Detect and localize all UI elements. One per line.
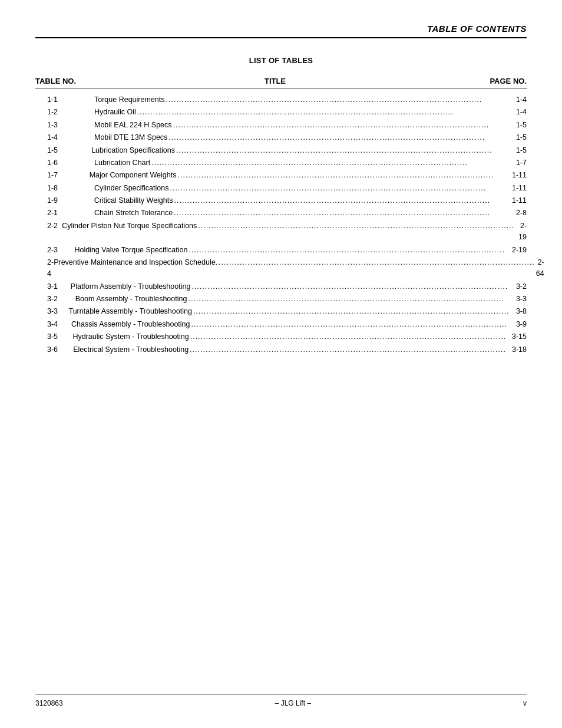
row-number: 2-4 bbox=[35, 257, 54, 280]
row-dots: ........................................… bbox=[172, 120, 491, 131]
row-number: 3-2 bbox=[35, 294, 75, 305]
row-title-text: Hydraulic System - Troubleshooting bbox=[72, 331, 189, 342]
table-row: 1-7Major Component Weights .............… bbox=[35, 170, 527, 181]
row-title-text: Mobil DTE 13M Specs bbox=[94, 132, 167, 143]
row-dots: ........................................… bbox=[173, 207, 491, 219]
row-title-area: Chain Stretch Tolerance ................… bbox=[94, 207, 491, 219]
row-dots: ........................................… bbox=[173, 195, 492, 206]
row-page: 2-64 bbox=[536, 257, 544, 280]
table-row: 1-2Hydraulic Oil .......................… bbox=[35, 107, 527, 118]
header-title: TABLE OF CONTENTS bbox=[427, 24, 527, 34]
row-title-text: Hydraulic Oil bbox=[94, 107, 136, 118]
row-title-text: Turntable Assembly - Troubleshooting bbox=[69, 306, 192, 317]
row-title-area: Holding Valve Torque Specification .....… bbox=[74, 245, 506, 256]
row-page: 3-2 bbox=[509, 281, 527, 292]
row-title-area: Lubrication Specifications .............… bbox=[91, 145, 494, 156]
table-row: 3-2Boom Assembly - Troubleshooting .....… bbox=[35, 294, 527, 305]
row-title-text: Platform Assembly - Troubleshooting bbox=[71, 281, 191, 292]
row-number: 1-7 bbox=[35, 170, 90, 181]
footer-page: v bbox=[523, 699, 527, 707]
page: TABLE OF CONTENTS LIST OF TABLES TABLE N… bbox=[0, 0, 562, 728]
row-dots: ........................................… bbox=[168, 183, 491, 194]
row-title-text: Torque Requirements bbox=[94, 94, 165, 106]
row-dots: ........................................… bbox=[187, 245, 506, 256]
table-row: 1-3Mobil EAL 224 H Specs ...............… bbox=[35, 120, 527, 131]
row-page: 3-15 bbox=[507, 331, 527, 342]
row-title-text: Electrical System - Troubleshooting bbox=[73, 344, 189, 355]
row-title-area: Hydraulic Oil ..........................… bbox=[94, 107, 491, 118]
row-page: 3-18 bbox=[507, 344, 527, 355]
row-title-text: Mobil EAL 224 H Specs bbox=[94, 120, 172, 131]
row-page: 1-11 bbox=[495, 170, 527, 181]
table-row: 2-1Chain Stretch Tolerance .............… bbox=[35, 207, 527, 219]
row-title-area: Preventive Maintenance and Inspection Sc… bbox=[54, 257, 536, 268]
row-title-area: Turntable Assembly - Troubleshooting ...… bbox=[69, 306, 511, 317]
row-dots: ........................................… bbox=[165, 94, 491, 106]
row-title-text: Chain Stretch Tolerance bbox=[94, 207, 173, 219]
row-dots: ........................................… bbox=[150, 157, 491, 169]
row-title-area: Chassis Assembly - Troubleshooting .....… bbox=[71, 319, 508, 330]
row-title-text: Boom Assembly - Troubleshooting bbox=[75, 294, 187, 305]
row-page: 3-9 bbox=[508, 319, 527, 330]
col-header-page-no: PAGE NO. bbox=[456, 77, 527, 85]
table-row: 1-6Lubrication Chart ...................… bbox=[35, 157, 527, 169]
row-title-text: Major Component Weights bbox=[90, 170, 177, 181]
footer-brand: – JLG Lift – bbox=[275, 699, 311, 707]
footer: 3120863 – JLG Lift – v bbox=[35, 694, 527, 707]
table-row: 1-4Mobil DTE 13M Specs .................… bbox=[35, 132, 527, 143]
row-title-area: Boom Assembly - Troubleshooting ........… bbox=[75, 294, 505, 305]
row-page: 1-4 bbox=[491, 94, 527, 106]
row-number: 2-1 bbox=[35, 207, 94, 219]
row-title-text: Preventive Maintenance and Inspection Sc… bbox=[54, 257, 217, 268]
section-title: LIST OF TABLES bbox=[35, 56, 527, 65]
row-title-text: Holding Valve Torque Specification bbox=[74, 245, 187, 256]
row-title-area: Hydraulic System - Troubleshooting .....… bbox=[72, 331, 507, 342]
row-number: 1-5 bbox=[35, 145, 91, 156]
row-number: 3-1 bbox=[35, 281, 71, 292]
table-row: 3-5Hydraulic System - Troubleshooting ..… bbox=[35, 331, 527, 342]
row-number: 2-2 bbox=[35, 220, 62, 232]
row-dots: ........................................… bbox=[136, 107, 491, 118]
row-title-text: Chassis Assembly - Troubleshooting bbox=[71, 319, 190, 330]
table-row: 3-6Electrical System - Troubleshooting .… bbox=[35, 344, 527, 355]
row-title-text: Lubrication Specifications bbox=[91, 145, 175, 156]
row-page: 1-7 bbox=[491, 157, 527, 169]
table-row: 2-2Cylinder Piston Nut Torque Specificat… bbox=[35, 220, 527, 243]
table-row: 3-4Chassis Assembly - Troubleshooting ..… bbox=[35, 319, 527, 330]
row-dots: ........................................… bbox=[192, 306, 511, 317]
table-row: 3-1Platform Assembly - Troubleshooting .… bbox=[35, 281, 527, 292]
row-title-text: Critical Stability Weights bbox=[94, 195, 173, 206]
table-row: 3-3Turntable Assembly - Troubleshooting … bbox=[35, 306, 527, 317]
row-page: 1-5 bbox=[494, 145, 527, 156]
row-number: 2-3 bbox=[35, 245, 74, 256]
row-page: 1-11 bbox=[491, 195, 527, 206]
row-number: 1-1 bbox=[35, 94, 94, 106]
row-number: 1-3 bbox=[35, 120, 94, 131]
row-title-area: Major Component Weights ................… bbox=[90, 170, 495, 181]
row-title-area: Cylinder Piston Nut Torque Specification… bbox=[62, 220, 515, 232]
row-title-area: Platform Assembly - Troubleshooting ....… bbox=[71, 281, 509, 292]
table-row: 2-4Preventive Maintenance and Inspection… bbox=[35, 257, 527, 280]
row-title-area: Critical Stability Weights .............… bbox=[94, 195, 492, 206]
row-dots: ........................................… bbox=[175, 145, 494, 156]
row-number: 3-5 bbox=[35, 331, 72, 342]
row-title-text: Lubrication Chart bbox=[94, 157, 150, 169]
row-page: 3-8 bbox=[511, 306, 527, 317]
row-dots: ........................................… bbox=[190, 319, 509, 330]
page-header: TABLE OF CONTENTS bbox=[35, 24, 527, 38]
table-row: 1-9Critical Stability Weights ..........… bbox=[35, 195, 527, 206]
row-title-area: Mobil EAL 224 H Specs ..................… bbox=[94, 120, 491, 131]
row-page: 2-19 bbox=[515, 220, 527, 243]
row-title-area: Electrical System - Troubleshooting ....… bbox=[73, 344, 507, 355]
row-title-text: Cylinder Piston Nut Torque Specification… bbox=[62, 220, 197, 232]
row-page: 1-5 bbox=[491, 132, 527, 143]
row-dots: ........................................… bbox=[217, 257, 536, 268]
row-dots: ........................................… bbox=[189, 344, 507, 355]
row-number: 1-6 bbox=[35, 157, 94, 169]
row-dots: ........................................… bbox=[189, 331, 508, 342]
column-headers: TABLE NO. TITLE PAGE NO. bbox=[35, 77, 527, 88]
table-row: 2-3Holding Valve Torque Specification ..… bbox=[35, 245, 527, 256]
row-number: 3-4 bbox=[35, 319, 71, 330]
table-row: 1-5Lubrication Specifications ..........… bbox=[35, 145, 527, 156]
row-title-area: Torque Requirements ....................… bbox=[94, 94, 491, 106]
